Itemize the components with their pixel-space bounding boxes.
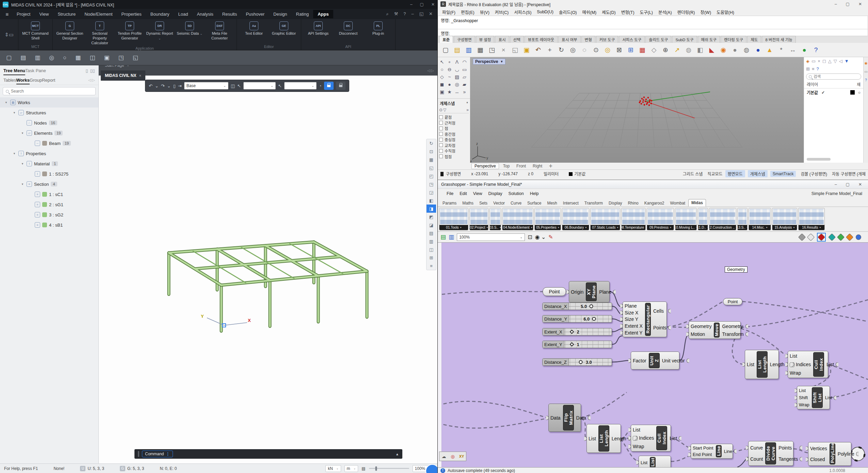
menu-item[interactable]: Load	[174, 10, 192, 18]
port-in[interactable]: List	[589, 436, 596, 441]
unit-settings-icon[interactable]: ▤	[361, 466, 365, 471]
tool-icon[interactable]: ▰	[461, 81, 468, 88]
maximize-button[interactable]: ▢	[846, 2, 850, 6]
component-icons[interactable]	[440, 209, 467, 224]
gh-node-cull-index-1[interactable]: List *Indices Wrap Cull Index List	[788, 351, 828, 378]
port-in[interactable]: Size X	[625, 310, 643, 315]
category-tab[interactable]: Display	[606, 200, 625, 207]
component-group[interactable]: 03.S..	[489, 208, 501, 230]
grid-view-icon[interactable]: ⊞	[806, 66, 810, 71]
port-in[interactable]: Geometry	[691, 324, 711, 329]
category-tab[interactable]: Midas	[688, 199, 706, 207]
component-icons[interactable]	[750, 209, 770, 224]
length-unit-select[interactable]: m⌄	[344, 465, 358, 472]
minimize-button[interactable]: –	[835, 182, 837, 187]
component-icons[interactable]	[503, 209, 532, 224]
gem-green[interactable]	[837, 233, 845, 241]
toolbar-icon[interactable]: ↗	[672, 45, 682, 55]
minimize-button[interactable]: –	[835, 2, 837, 6]
ribbon-button[interactable]: T Sectional Property Calculator	[85, 20, 115, 45]
toolbar-icon[interactable]: ◌	[579, 45, 590, 55]
color-panel-icon[interactable]: ◉	[865, 61, 868, 65]
subtab-nav-arrows[interactable]: ◁ ▷	[88, 78, 95, 82]
slider-track[interactable]: 6.0	[569, 315, 612, 322]
menu-item[interactable]: Structure	[53, 10, 80, 18]
gh-node-rectangular[interactable]: Plane Size X Size Y Extent X Extent Y Re…	[623, 301, 667, 337]
tool-icon[interactable]: ○	[438, 66, 446, 73]
toolbar-icon[interactable]: ◉	[718, 45, 728, 55]
component-icons[interactable]	[738, 209, 746, 224]
menu-item[interactable]: SubD(U)	[534, 9, 556, 15]
view-control-icon[interactable]: ◧	[427, 196, 436, 205]
toolbar-icon[interactable]: ◇	[649, 45, 659, 55]
component-group[interactable]: 06.Boundary	[562, 208, 589, 230]
osnap-tab-filter[interactable]: ▽	[443, 108, 446, 112]
menu-item[interactable]: 분석(A)	[656, 8, 674, 16]
settings-icon[interactable]: ⚒	[394, 11, 398, 17]
new-layer-icon[interactable]: ◈	[806, 59, 809, 64]
gh-slider-distance-y[interactable]: DIstance_Y 6.0	[542, 315, 612, 323]
component-group[interactable]: 12.Construction ..	[709, 208, 736, 230]
command-bar-grip[interactable]	[138, 451, 139, 457]
move-left-icon[interactable]: ◁	[839, 59, 842, 64]
status-toggle[interactable]: 자동 구성평면 (개체	[832, 171, 866, 177]
osnap-checkbox-row[interactable]: 근처점	[439, 120, 469, 126]
toolbar-tab[interactable]: 표시 여부	[558, 36, 581, 43]
toolbar-tab[interactable]: 뷰 설정	[476, 36, 495, 43]
port-in[interactable]: List	[790, 353, 811, 359]
component-group-label[interactable]: 09.Prestress	[647, 225, 674, 230]
component-group[interactable]: 11.D..	[698, 208, 708, 230]
category-tab[interactable]: Mesh	[544, 200, 560, 207]
maximize-button[interactable]: ▢	[420, 2, 424, 7]
quickbar-icon[interactable]: ▦	[75, 54, 81, 61]
gh-node-list-length-2[interactable]: List List Length Length	[586, 424, 621, 453]
toolbar-tab[interactable]: 뷰포트 레이아웃	[525, 36, 558, 43]
tree-row[interactable]: ∴ Nodes 16	[0, 118, 98, 128]
tree-expand-arrow[interactable]: ▾	[20, 162, 25, 165]
gh-node-divide-curve[interactable]: Curve Count Divide Curve Points Tangents	[748, 441, 793, 466]
checkbox[interactable]	[439, 143, 443, 147]
tree-expand-arrow[interactable]: ▾	[12, 152, 16, 155]
toolbar-tab[interactable]: 표시	[495, 36, 509, 43]
port-in[interactable]: Shift	[799, 395, 809, 400]
status-item[interactable]: x -23.091	[471, 172, 488, 176]
view-control-icon[interactable]: ≡	[427, 262, 436, 270]
port-out[interactable]: List	[825, 395, 832, 400]
menu-item[interactable]: 솔리드(O)	[557, 8, 579, 16]
component-group-label[interactable]: 08.Temperature	[622, 225, 645, 230]
quickbar-icon[interactable]: ◱	[133, 54, 138, 61]
category-tab[interactable]: Surface	[525, 200, 544, 207]
menu-item[interactable]: File	[444, 191, 456, 197]
tree-row[interactable]: I 1 : SS275	[0, 169, 98, 179]
viewport-tab[interactable]: Front	[514, 163, 529, 169]
osnap-checkbox-row[interactable]: 수직점	[439, 148, 469, 154]
component-icons[interactable]	[535, 209, 560, 224]
component-group-label[interactable]: 07.Static Loads	[591, 225, 620, 230]
gh-node-polyline[interactable]: Vertices Closed PolyLine Polyline	[808, 442, 851, 466]
sketch-tool-icon[interactable]: ✎	[548, 234, 553, 240]
ribbon-button[interactable]: Aa Text Editor	[239, 20, 269, 44]
checkbox[interactable]	[439, 154, 443, 158]
osnap-checkbox-row[interactable]: 끝점	[439, 114, 469, 120]
panel-subtab[interactable]: Report	[42, 78, 55, 83]
panel-layout-icon[interactable]: ▯	[86, 68, 88, 73]
zoom-slider[interactable]	[369, 468, 409, 469]
menu-item[interactable]: 도구(L)	[638, 8, 655, 16]
menu-item[interactable]: Properties	[117, 10, 146, 18]
port-in[interactable]: List	[747, 362, 754, 367]
status-item[interactable]: 기본값	[569, 171, 585, 177]
maximize-button[interactable]: ▢	[846, 182, 850, 187]
tree-row[interactable]: -- Beam 19	[0, 138, 98, 148]
move-up-icon[interactable]: △	[828, 59, 832, 64]
category-tab[interactable]: Curve	[508, 200, 524, 207]
osnap-checkbox-row[interactable]: 접점	[439, 154, 469, 160]
status-toggle[interactable]: SmartTrack	[770, 171, 796, 177]
toolbar-icon[interactable]: ▥	[464, 45, 474, 55]
view-control-icon[interactable]: ⊞	[427, 254, 436, 262]
component-group[interactable]: 05.Properties	[534, 208, 561, 230]
slider-track[interactable]: 5.0	[569, 303, 612, 310]
osnap-checkbox-row[interactable]: 중심점	[439, 137, 469, 143]
gem-teal[interactable]	[828, 233, 836, 241]
view-control-icon[interactable]: ◰	[427, 172, 436, 180]
tool-icon[interactable]: ★	[446, 88, 453, 95]
